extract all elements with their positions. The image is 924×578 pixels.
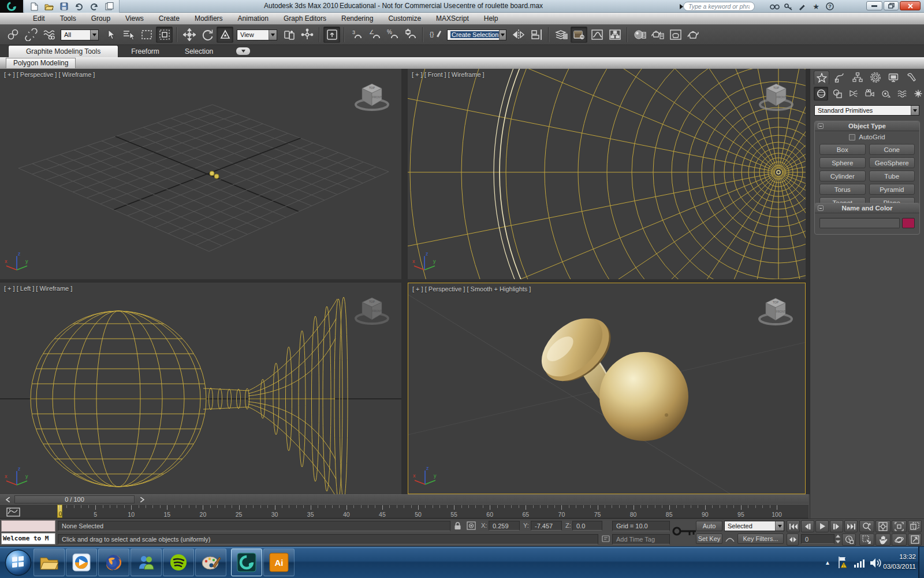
menu-item-animation[interactable]: Animation	[230, 13, 276, 25]
helpers-category-icon[interactable]	[878, 87, 893, 101]
select-and-move-icon[interactable]	[181, 27, 198, 43]
key-filters-button[interactable]: Key Filters...	[737, 533, 784, 544]
select-and-link-icon[interactable]	[5, 27, 21, 43]
menu-item-graph-editors[interactable]: Graph Editors	[276, 13, 334, 25]
show-desktop-button[interactable]	[918, 547, 924, 578]
infocenter-search-input[interactable]	[683, 2, 755, 11]
restore-button[interactable]	[884, 1, 899, 10]
unlink-selection-icon[interactable]	[23, 27, 39, 43]
viewport-perspective-wireframe[interactable]: [ + ] [ Perspective ] [ Wireframe ] TOPF…	[0, 69, 401, 279]
new-scene-icon[interactable]	[28, 1, 40, 12]
viewcube[interactable]: TOPFRONT	[756, 79, 796, 115]
spinner-snap-toggle-icon[interactable]	[402, 27, 419, 43]
next-frame-icon[interactable]	[830, 520, 843, 532]
taskbar-paint[interactable]	[195, 549, 226, 576]
track-bar[interactable]: 0 51015202530354045505560657075808590951…	[0, 504, 808, 518]
bind-to-space-warp-icon[interactable]	[40, 27, 57, 43]
taskbar-spotify[interactable]	[163, 549, 194, 576]
volume-icon[interactable]	[870, 558, 882, 568]
tray-expand-icon[interactable]: ▲	[825, 560, 830, 566]
create-sphere-button[interactable]: Sphere	[819, 157, 866, 168]
create-geosphere-button[interactable]: GeoSphere	[869, 157, 915, 168]
z-coordinate-field[interactable]: 0.0	[572, 521, 602, 531]
close-button[interactable]	[900, 1, 921, 10]
maxscript-mini-listener-pink[interactable]	[1, 520, 55, 532]
zoom-extents-icon[interactable]	[892, 520, 907, 532]
taskbar-3ds-max-active[interactable]	[231, 549, 262, 576]
menu-item-help[interactable]: Help	[476, 13, 506, 25]
time-slider-next-icon[interactable]	[136, 495, 148, 503]
layer-manager-icon[interactable]	[553, 27, 569, 43]
frame-spinner[interactable]	[835, 534, 841, 544]
favorites-star-icon[interactable]: ★	[810, 1, 822, 12]
communication-pen-icon[interactable]	[796, 1, 808, 12]
schematic-view-icon[interactable]	[606, 27, 623, 43]
select-by-name-icon[interactable]	[120, 27, 137, 43]
menu-item-create[interactable]: Create	[151, 13, 187, 25]
create-cylinder-button[interactable]: Cylinder	[819, 171, 866, 181]
create-pyramid-button[interactable]: Pyramid	[869, 184, 915, 195]
tab-selection[interactable]: Selection	[172, 46, 226, 57]
tab-freeform[interactable]: Freeform	[118, 46, 172, 57]
object-name-field[interactable]	[819, 218, 900, 228]
network-signal-icon[interactable]	[854, 558, 865, 568]
render-production-icon[interactable]	[685, 27, 702, 43]
display-tab-icon[interactable]	[885, 71, 901, 84]
go-to-end-icon[interactable]	[844, 520, 858, 532]
object-color-swatch[interactable]	[902, 218, 915, 228]
viewport-label[interactable]: [ + ] [ Perspective ] [ Smooth + Highlig…	[412, 286, 531, 292]
default-in-out-tangent-icon[interactable]	[725, 535, 735, 543]
viewport-label[interactable]: [ + ] [ Left ] [ Wireframe ]	[4, 285, 72, 292]
named-selection-sets-dropdown[interactable]: Create Selection Se	[447, 29, 506, 40]
add-time-tag-field[interactable]: Add Time Tag	[612, 534, 670, 544]
key-mode-dropdown[interactable]: Selected	[724, 521, 784, 531]
name-and-color-rollout-header[interactable]: Name and Color	[815, 203, 919, 213]
ribbon-minimize-icon[interactable]	[236, 47, 250, 55]
mini-curve-editor-icon[interactable]	[3, 506, 23, 517]
viewport-label[interactable]: [ + ] [ Front ] [ Wireframe ]	[412, 71, 485, 78]
play-animation-icon[interactable]	[815, 520, 829, 532]
autogrid-checkbox[interactable]	[849, 134, 855, 140]
window-crossing-toggle-icon[interactable]	[156, 27, 173, 43]
x-coordinate-field[interactable]: 0.259	[489, 521, 520, 531]
redo-icon[interactable]	[88, 1, 100, 12]
maxscript-mini-listener-white[interactable]: Welcome to M	[1, 533, 55, 544]
space-warps-category-icon[interactable]	[895, 87, 909, 101]
action-center-flag-icon[interactable]: !	[837, 556, 849, 569]
viewport-front-wireframe[interactable]: [ + ] [ Front ] [ Wireframe ] TOPFRONT z…	[408, 69, 806, 279]
select-object-icon[interactable]	[102, 27, 119, 43]
angle-snap-toggle-icon[interactable]: ∠	[366, 27, 383, 43]
time-slider-prev-icon[interactable]	[1, 495, 14, 503]
time-slider-frame-indicator[interactable]: 0 / 100	[14, 495, 135, 503]
subscription-key-icon[interactable]	[782, 1, 795, 12]
render-setup-icon[interactable]	[649, 27, 666, 43]
keyboard-shortcut-override-icon[interactable]	[323, 27, 340, 43]
motion-tab-icon[interactable]	[867, 71, 883, 84]
menu-item-modifiers[interactable]: Modifiers	[187, 13, 230, 25]
rendered-frame-window-icon[interactable]	[667, 27, 684, 43]
zoom-all-icon[interactable]	[875, 520, 891, 532]
open-file-icon[interactable]	[43, 1, 55, 12]
edit-named-selection-sets-icon[interactable]: {}	[427, 27, 444, 43]
minimize-button[interactable]	[866, 1, 882, 10]
time-configuration-icon[interactable]	[842, 533, 856, 546]
align-icon[interactable]	[528, 27, 545, 43]
viewport-splitter-right[interactable]	[806, 69, 810, 494]
taskbar-windows-media-player[interactable]	[66, 549, 97, 576]
tab-graphite-modeling-tools[interactable]: Graphite Modeling Tools	[8, 45, 118, 57]
create-box-button[interactable]: Box	[819, 144, 866, 155]
menu-item-edit[interactable]: Edit	[25, 13, 53, 25]
shapes-category-icon[interactable]	[830, 87, 844, 101]
application-menu-button[interactable]	[0, 0, 23, 13]
lights-category-icon[interactable]	[846, 87, 860, 101]
utilities-tab-icon[interactable]	[903, 71, 919, 84]
primitive-category-dropdown[interactable]: Standard Primitives	[814, 105, 919, 115]
mirror-icon[interactable]	[510, 27, 527, 43]
curve-editor-icon[interactable]	[588, 27, 605, 43]
absolute-offset-toggle-icon[interactable]	[467, 521, 476, 530]
save-file-icon[interactable]	[58, 1, 70, 12]
create-tab-icon[interactable]	[814, 71, 829, 84]
taskbar-live-messenger[interactable]	[131, 549, 162, 576]
taskbar-firefox[interactable]	[98, 549, 129, 576]
y-coordinate-field[interactable]: -7.457	[531, 521, 562, 531]
